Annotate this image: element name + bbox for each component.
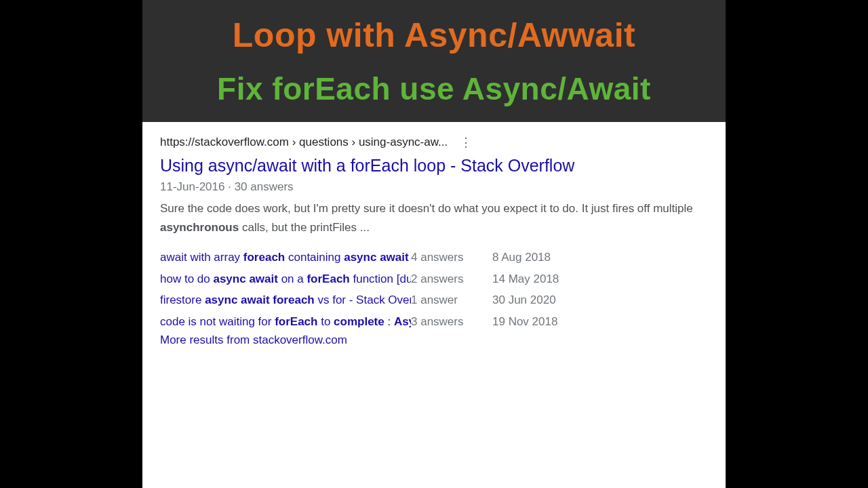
- search-result-panel: https://stackoverflow.com › questions › …: [142, 122, 726, 488]
- more-results-link[interactable]: More results from stackoverflow.com: [160, 333, 708, 347]
- related-date: 14 May 2018: [492, 268, 601, 289]
- related-row: firestore async await foreach vs for - S…: [160, 289, 708, 310]
- result-snippet: Sure the code does work, but I'm pretty …: [160, 199, 708, 237]
- related-link[interactable]: how to do async await on a forEach funct…: [160, 268, 411, 289]
- related-link[interactable]: await with array foreach containing asyn…: [160, 247, 411, 268]
- breadcrumb-row: https://stackoverflow.com › questions › …: [160, 136, 708, 149]
- result-date: 11-Jun-2016: [160, 180, 224, 193]
- snippet-text-pre: Sure the code does work, but I'm pretty …: [160, 202, 693, 215]
- related-date: 19 Nov 2018: [492, 311, 601, 332]
- related-link[interactable]: code is not waiting for forEach to compl…: [160, 311, 411, 332]
- related-answers: 1 answer: [411, 289, 492, 310]
- thumbnail-card: Loop with Async/Awwait Fix forEach use A…: [142, 0, 726, 488]
- related-date: 30 Jun 2020: [492, 289, 601, 310]
- related-link[interactable]: firestore async await foreach vs for - S…: [160, 289, 411, 310]
- related-answers: 4 answers: [411, 247, 492, 268]
- result-url-breadcrumb[interactable]: https://stackoverflow.com › questions › …: [160, 136, 448, 149]
- related-row: await with array foreach containing asyn…: [160, 247, 708, 268]
- result-title-link[interactable]: Using async/await with a forEach loop - …: [160, 155, 708, 177]
- hero-block: Loop with Async/Awwait Fix forEach use A…: [142, 0, 726, 122]
- related-row: code is not waiting for forEach to compl…: [160, 311, 708, 332]
- related-row: how to do async await on a forEach funct…: [160, 268, 708, 289]
- more-options-icon[interactable]: ⋮: [460, 136, 472, 148]
- result-answers-count: 30 answers: [235, 180, 294, 193]
- snippet-bold: asynchronous: [160, 221, 239, 234]
- hero-title-1: Loop with Async/Awwait: [161, 16, 707, 56]
- hero-title-2: Fix forEach use Async/Await: [161, 68, 707, 110]
- related-date: 8 Aug 2018: [492, 247, 601, 268]
- meta-separator: ·: [228, 180, 234, 193]
- related-answers: 2 answers: [411, 268, 492, 289]
- related-results: await with array foreach containing asyn…: [160, 247, 708, 347]
- result-meta: 11-Jun-2016 · 30 answers: [160, 180, 708, 194]
- snippet-text-post: calls, but the printFiles ...: [239, 221, 370, 234]
- related-answers: 3 answers: [411, 311, 492, 332]
